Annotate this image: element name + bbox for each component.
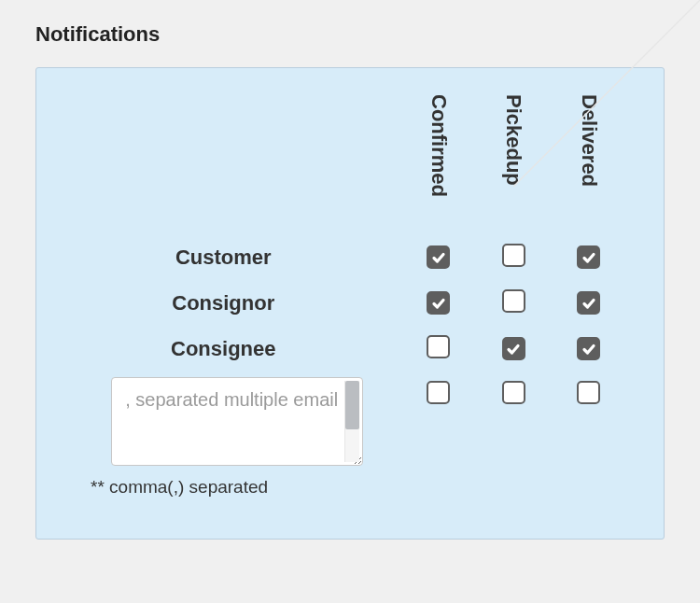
checkbox-consignor-pickedup[interactable] xyxy=(502,289,525,313)
checkbox-consignee-delivered[interactable] xyxy=(577,337,600,360)
table-row-consignor: Consignor xyxy=(74,280,626,326)
checkbox-consignee-confirmed[interactable] xyxy=(427,335,450,358)
table-row-customer: Customer xyxy=(74,234,626,280)
checkbox-customer-delivered[interactable] xyxy=(577,245,600,269)
row-label: Consignee xyxy=(171,337,275,360)
checkbox-consignor-delivered[interactable] xyxy=(577,291,600,315)
column-header-confirmed: Confirmed xyxy=(401,94,476,234)
checkbox-customer-pickedup[interactable] xyxy=(502,244,525,267)
notifications-panel: Confirmed Pickedup Delivered Customer xyxy=(35,67,665,540)
column-header-pickedup: Pickedup xyxy=(476,94,551,234)
section-title: Notifications xyxy=(35,22,665,47)
checkbox-customer-confirmed[interactable] xyxy=(427,245,450,269)
column-header-label: Confirmed xyxy=(428,94,449,197)
table-row-consignee: Consignee xyxy=(74,326,626,372)
column-header-label: Pickedup xyxy=(503,94,524,186)
notifications-table: Confirmed Pickedup Delivered Customer xyxy=(74,94,626,507)
email-hint: ** comma(,) separated xyxy=(74,477,401,498)
column-header-label: Delivered xyxy=(579,94,599,187)
checkbox-email-delivered[interactable] xyxy=(577,381,600,404)
email-addresses-input[interactable] xyxy=(111,377,363,466)
row-label: Customer xyxy=(175,245,272,269)
checkbox-email-confirmed[interactable] xyxy=(427,381,450,404)
checkbox-consignor-confirmed[interactable] xyxy=(427,291,450,315)
table-row-email: ** comma(,) separated xyxy=(74,372,626,507)
column-header-delivered: Delivered xyxy=(551,94,626,234)
checkbox-consignee-pickedup[interactable] xyxy=(502,337,525,360)
row-label: Consignor xyxy=(172,291,274,315)
scrollbar-track[interactable] xyxy=(344,381,359,462)
checkbox-email-pickedup[interactable] xyxy=(502,381,525,404)
scrollbar-thumb[interactable] xyxy=(345,381,359,429)
